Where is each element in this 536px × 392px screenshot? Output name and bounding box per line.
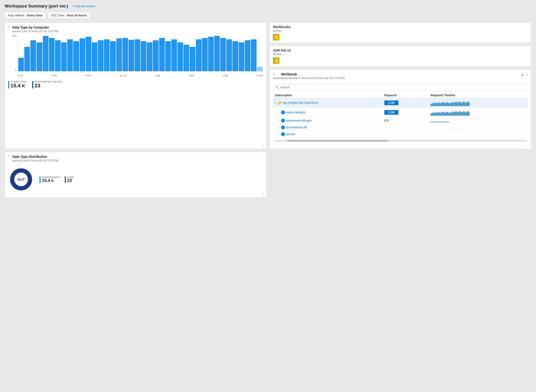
bar-chart-bars xyxy=(18,35,263,71)
exit-fullscreen-button[interactable]: ↗ Exit full screen xyxy=(72,5,95,8)
expand-icon[interactable]: › xyxy=(279,133,280,135)
bar-14 xyxy=(104,39,110,71)
chart-legend: <empty> (Sum) 15.4 K Deprecated field: s… xyxy=(8,79,263,89)
horizontal-scrollbar[interactable]: ‹ › xyxy=(273,139,528,142)
bar-23 xyxy=(159,38,165,71)
col-subscription[interactable]: Subscription ↑↓ xyxy=(273,93,383,98)
subscription-cell[interactable]: › 🌐 eastus-billingint xyxy=(273,108,383,117)
workbook-icon-1[interactable]: 📒 xyxy=(273,34,279,41)
subscription-cell[interactable]: ∨ 🔑 App Insights Dev Experience xyxy=(273,98,383,108)
scroll-left-arrow[interactable]: ‹ xyxy=(273,140,274,142)
bar-12 xyxy=(92,42,97,71)
workbook-large-panel: ▽ Workbook azmondeploy-db (and 3 more) (… xyxy=(269,69,531,149)
globe-icon: 🌐 xyxy=(281,111,285,114)
bar-15 xyxy=(110,41,116,71)
collapse-icon[interactable]: ∨ xyxy=(521,72,524,77)
bar-5 xyxy=(49,38,55,71)
table-row: › 🌐 paruizfi xyxy=(273,131,528,138)
workbook-large-title: Workbook xyxy=(281,72,297,76)
requests-number: 815 xyxy=(384,119,389,122)
workbook-header: ▽ Workbook azmondeploy-db (and 3 more) (… xyxy=(273,72,528,82)
subscription-cell[interactable]: › 🌐 paruizfi xyxy=(273,131,383,138)
bar-28 xyxy=(189,47,195,71)
bar-18 xyxy=(129,40,134,71)
bar-6 xyxy=(55,40,61,71)
globe-icon: 🌐 xyxy=(281,132,285,136)
bar-19 xyxy=(134,39,140,71)
sub-name[interactable]: App Insights Dev Experience xyxy=(282,101,318,104)
bar-22 xyxy=(153,40,158,71)
donut-chart: 15.4K xyxy=(8,167,34,192)
timeline-cell xyxy=(429,124,528,131)
globe-icon: 🌐 xyxy=(281,126,285,129)
table-row: › 🌐 azmondeploy-db xyxy=(273,124,528,131)
bar-39 xyxy=(257,67,263,71)
panel-title-data-type-computer: Data Type by Computer xyxy=(12,26,263,29)
bar-2 xyxy=(30,40,36,71)
bar-3 xyxy=(37,42,42,71)
toolbar: Auto refresh : Every hour UTC Time : Pas… xyxy=(5,12,531,19)
bar-0 xyxy=(18,58,24,71)
legend-color-1 xyxy=(32,81,33,89)
bar-36 xyxy=(239,42,244,71)
col-requests[interactable]: Requests ↑↓ xyxy=(383,93,429,98)
timeline-cell xyxy=(429,98,528,108)
scrollbar-thumb xyxy=(287,140,388,142)
workbook-large-subtitle: azmondeploy-db (and 3 more) (Last 24 hou… xyxy=(273,77,345,79)
workbook-actions: ∨ ↓ xyxy=(521,72,528,77)
requests-cell: 2.3M xyxy=(383,108,429,117)
workbook-table-body: ∨ 🔑 App Insights Dev Experience 2.3M › 🌐… xyxy=(273,98,528,138)
bar-8 xyxy=(67,39,73,71)
workbook-corner-icon[interactable]: ⤢ xyxy=(527,144,529,147)
expand-icon[interactable]: › xyxy=(279,119,280,122)
fullscreen-icon: ↗ xyxy=(72,5,74,8)
corner-expand-icon[interactable]: ⤢ xyxy=(262,144,264,147)
table-row: › 🌐 eastus-billingint 2.3M xyxy=(273,108,528,117)
donut-legend-item-1: Usage 23 xyxy=(65,176,74,183)
download-icon[interactable]: ↓ xyxy=(526,72,528,77)
expand-icon[interactable]: › xyxy=(279,111,280,114)
requests-cell: 2.3M xyxy=(383,98,429,108)
scroll-right-arrow[interactable]: › xyxy=(527,140,528,142)
requests-cell xyxy=(383,131,429,138)
bar-27 xyxy=(184,45,189,71)
distribution-corner-icon[interactable]: ⤢ xyxy=(262,192,264,196)
asr-title: ASR A&I v2 xyxy=(273,48,528,52)
panel-subtitle-data-type-computer: aul-test (Last 24 hours @ 1/31 1:22 PM) xyxy=(12,30,263,33)
sub-name[interactable]: azmondeploy-db xyxy=(286,126,307,129)
bar-34 xyxy=(226,39,232,71)
donut-area: 15.4K AzureDiagnostics 15.4 K Usage 23 xyxy=(8,164,263,195)
bar-32 xyxy=(214,36,220,71)
requests-cell xyxy=(383,124,429,131)
x-axis-labels: 3 PM 6 PM 9 PM Jan 31 3 AM 6 AM 9 AM 12 … xyxy=(18,75,263,77)
bar-30 xyxy=(202,38,208,71)
bar-13 xyxy=(98,40,103,71)
table-row: › 🌐 westeurope-billingint 815 xyxy=(273,117,528,124)
workbooks-subtitle: aul-test xyxy=(273,29,528,32)
legend-color-0 xyxy=(8,81,9,89)
table-row: ∨ 🔑 App Insights Dev Experience 2.3M xyxy=(273,98,528,108)
bar-20 xyxy=(141,41,146,71)
sub-name[interactable]: paruizfi xyxy=(286,133,295,136)
workbook-icon-2[interactable]: 📒 xyxy=(273,57,279,64)
sub-name[interactable]: eastus-billingint xyxy=(286,111,305,114)
subscription-cell[interactable]: › 🌐 azmondeploy-db xyxy=(273,124,383,131)
globe-icon: 🌐 xyxy=(281,119,285,122)
expand-icon[interactable]: › xyxy=(279,126,280,129)
subscription-cell[interactable]: › 🌐 westeurope-billingint xyxy=(273,117,383,124)
filter-icon: ▽ xyxy=(8,25,10,28)
search-input[interactable] xyxy=(280,85,526,89)
distribution-title: Data Type Distribution xyxy=(12,155,263,159)
expand-icon[interactable]: ∨ xyxy=(275,102,277,104)
requests-cell: 815 xyxy=(383,117,429,124)
sub-name[interactable]: westeurope-billingint xyxy=(286,119,311,122)
auto-refresh-button[interactable]: Auto refresh : Every hour xyxy=(5,12,46,19)
asr-subtitle: aul-test xyxy=(273,53,528,56)
search-box[interactable]: 🔍 xyxy=(273,84,528,90)
requests-badge: 2.3M xyxy=(384,110,398,115)
key-icon: 🔑 xyxy=(277,101,281,105)
asr-small-panel: ASR A&I v2 aul-test 📒 xyxy=(269,46,531,66)
utc-time-button[interactable]: UTC Time : Past 24 hours xyxy=(48,12,90,19)
bar-chart: 500 0 3 PM 6 PM 9 PM Jan 31 3 AM 6 AM 9 … xyxy=(8,35,263,77)
bar-21 xyxy=(147,42,152,71)
